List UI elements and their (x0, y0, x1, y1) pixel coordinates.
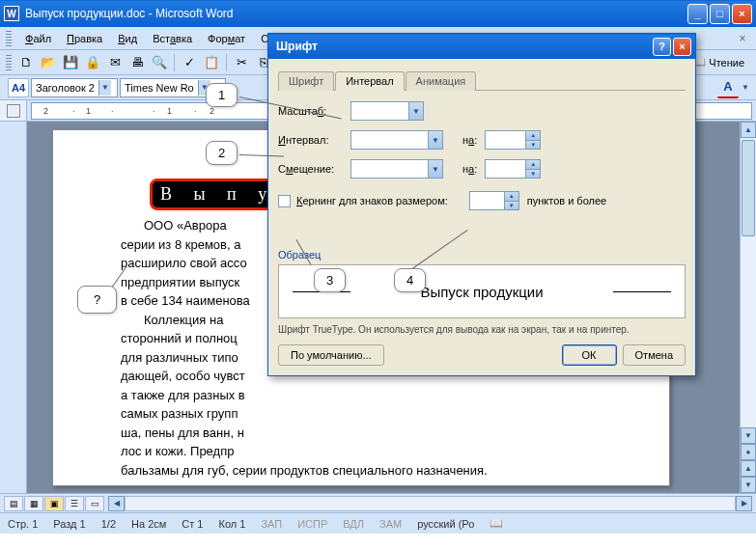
normal-view-icon[interactable]: ▤ (4, 496, 23, 511)
style-pane-icon[interactable]: A4 (8, 78, 29, 97)
grip-icon[interactable] (6, 31, 12, 46)
email-icon[interactable]: ✉ (104, 52, 126, 73)
ruler-tick: · (72, 106, 75, 116)
browse-object-icon[interactable]: ● (741, 444, 756, 460)
research-icon[interactable]: 📋 (201, 52, 222, 73)
text-line: ша, пены для ванн, н (121, 425, 244, 440)
open-icon[interactable]: 📂 (38, 52, 59, 73)
spin-down-icon[interactable]: ▼ (505, 202, 518, 210)
status-lang[interactable]: русский (Ро (417, 518, 474, 530)
text-line: ООО «Аврора (144, 218, 227, 233)
scroll-up-icon[interactable]: ▲ (741, 122, 756, 138)
book-icon[interactable]: 📖 (490, 517, 503, 530)
scroll-track[interactable] (125, 496, 736, 511)
menu-edit[interactable]: Правка (59, 31, 110, 46)
kerning-spinner[interactable]: ▲▼ (469, 191, 519, 210)
horizontal-scrollbar[interactable]: ◀ ▶ (108, 496, 752, 511)
position-by-spinner[interactable]: ▲▼ (485, 159, 541, 178)
spin-up-icon[interactable]: ▲ (526, 160, 540, 170)
vertical-ruler[interactable] (0, 122, 27, 493)
help-button[interactable]: ? (653, 38, 671, 56)
tab-animation[interactable]: Анимация (406, 71, 477, 91)
close-button[interactable]: × (732, 4, 752, 24)
chevron-down-icon[interactable]: ▼ (741, 83, 750, 92)
spin-down-icon[interactable]: ▼ (526, 141, 540, 150)
spin-down-icon[interactable]: ▼ (526, 170, 540, 178)
chevron-down-icon: ▼ (428, 160, 442, 178)
dialog-titlebar[interactable]: Шрифт ? × (268, 34, 695, 59)
tab-selector[interactable] (0, 100, 27, 121)
spacing-by-spinner[interactable]: ▲▼ (485, 130, 541, 150)
outline-view-icon[interactable]: ☰ (65, 496, 84, 511)
spin-up-icon[interactable]: ▲ (526, 131, 540, 141)
next-page-icon[interactable]: ▼ (741, 477, 756, 493)
position-by-label: на: (462, 163, 477, 175)
print-view-icon[interactable]: ▣ (44, 496, 64, 511)
tab-font[interactable]: Шрифт (278, 71, 334, 91)
style-value: Заголовок 2 (36, 82, 95, 94)
font-dialog: Шрифт ? × Шрифт Интервал Анимация Масшта… (267, 33, 696, 376)
cancel-button[interactable]: Отмена (623, 344, 686, 366)
minimize-button[interactable]: _ (687, 4, 708, 24)
preview-icon[interactable]: 🔍 (149, 52, 170, 73)
ruler-tick: · (111, 106, 114, 116)
spin-up-icon[interactable]: ▲ (505, 192, 518, 202)
kerning-checkbox[interactable] (278, 195, 291, 207)
cut-icon[interactable]: ✂ (231, 52, 252, 73)
close-doc-button[interactable]: × (735, 31, 750, 46)
default-button[interactable]: По умолчанию... (278, 344, 384, 366)
status-ovr[interactable]: ЗАМ (379, 518, 402, 530)
menu-format[interactable]: Формат (200, 31, 253, 46)
text-line: сторонний и полноц (121, 331, 238, 345)
spacing-combo[interactable]: ▼ (350, 130, 443, 150)
text-line: самых разных групп (121, 406, 238, 421)
titlebar: W Выпуск продукции.doc - Microsoft Word … (0, 0, 756, 27)
status-ext[interactable]: ВДЛ (343, 518, 364, 530)
scroll-right-icon[interactable]: ▶ (736, 496, 752, 511)
status-rec[interactable]: ЗАП (261, 518, 282, 530)
scroll-down-icon[interactable]: ▼ (741, 427, 756, 444)
spellcheck-icon[interactable]: ✓ (179, 52, 200, 73)
status-pages: 1/2 (101, 518, 116, 530)
new-doc-icon[interactable]: 🗋 (15, 52, 37, 73)
font-value: Times New Ro (125, 82, 194, 94)
text-line: Коллекция на (144, 313, 223, 327)
tab-spacing[interactable]: Интервал (335, 71, 404, 91)
ruler-tick: 2 (210, 106, 214, 116)
callout-4: 4 (394, 268, 426, 292)
grip-icon[interactable] (6, 55, 12, 70)
position-combo[interactable]: ▼ (350, 159, 443, 178)
word-icon: W (4, 6, 19, 21)
font-hint: Шрифт TrueType. Он используется для выво… (278, 324, 686, 335)
prev-page-icon[interactable]: ▲ (741, 460, 756, 477)
menu-insert[interactable]: Вставка (145, 31, 200, 46)
scroll-track[interactable] (741, 138, 756, 427)
chevron-down-icon: ▼ (98, 80, 111, 96)
permission-icon[interactable]: 🔒 (82, 52, 103, 73)
reading-label: Чтение (709, 57, 744, 69)
ruler-tick: 2 (43, 106, 48, 116)
spacing-label: Интервал: (278, 134, 350, 146)
position-label: Смещение: (278, 163, 350, 175)
web-view-icon[interactable]: ▦ (24, 496, 43, 511)
vertical-scrollbar[interactable]: ▲ ▼ ● ▲ ▼ (740, 122, 756, 493)
font-color-icon[interactable]: A (717, 77, 739, 98)
scroll-thumb[interactable] (742, 140, 755, 236)
status-line: Ст 1 (182, 518, 203, 530)
callout-3: 3 (314, 268, 346, 292)
text-line: серии из 8 кремов, а (121, 237, 240, 252)
reading-mode-button[interactable]: 📖 Чтение (686, 52, 750, 73)
status-page: Стр. 1 (8, 518, 38, 530)
scale-combo[interactable]: ▼ (350, 101, 424, 121)
maximize-button[interactable]: □ (710, 4, 730, 24)
ok-button[interactable]: ОК (562, 344, 617, 366)
status-trk[interactable]: ИСПР (297, 518, 327, 530)
menu-view[interactable]: Вид (110, 31, 145, 46)
dialog-close-button[interactable]: × (673, 38, 691, 56)
print-icon[interactable]: 🖶 (126, 52, 148, 73)
style-combo[interactable]: Заголовок 2 ▼ (31, 78, 118, 97)
reading-view-icon[interactable]: ▭ (85, 496, 104, 511)
menu-file[interactable]: Файл (17, 31, 59, 46)
scroll-left-icon[interactable]: ◀ (108, 496, 125, 511)
save-icon[interactable]: 💾 (60, 52, 81, 73)
